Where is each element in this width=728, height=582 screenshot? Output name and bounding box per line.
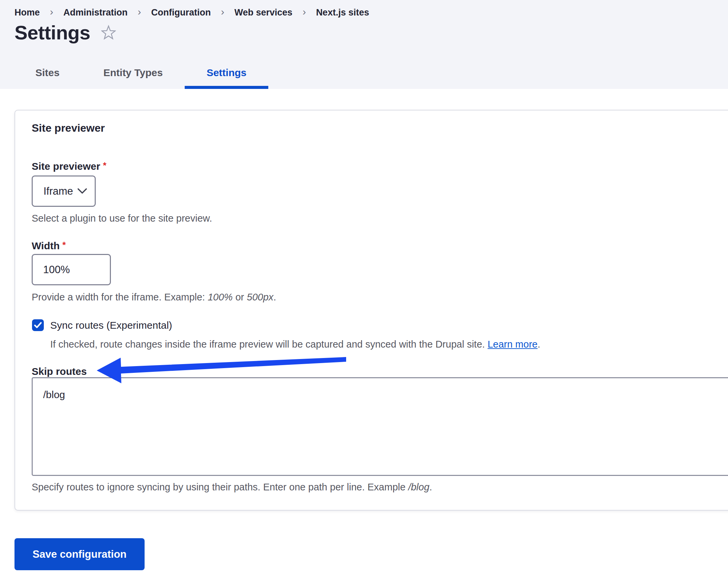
skip-routes-help-text: Specify routes to ignore syncing by usin… — [32, 482, 408, 492]
learn-more-link[interactable]: Learn more — [488, 339, 538, 350]
page-header: Home › Administration › Configuration › … — [0, 0, 728, 89]
required-marker: * — [103, 160, 106, 170]
tab-sites[interactable]: Sites — [14, 59, 82, 89]
skip-routes-textarea[interactable]: /blog — [32, 377, 728, 476]
width-input[interactable] — [32, 254, 111, 285]
breadcrumb: Home › Administration › Configuration › … — [15, 7, 369, 18]
sync-routes-help-text: If checked, route changes inside the ifr… — [50, 339, 488, 350]
required-marker: * — [62, 240, 66, 250]
card-heading: Site previewer — [32, 122, 105, 134]
tab-bar: Sites Entity Types Settings — [14, 59, 268, 89]
site-previewer-select-value: Iframe — [44, 185, 73, 197]
chevron-right-separator: › — [50, 6, 53, 18]
sync-routes-help: If checked, route changes inside the ifr… — [50, 338, 540, 350]
width-help-text: Provide a width for the iframe. Example: — [32, 292, 208, 302]
tab-settings[interactable]: Settings — [185, 59, 268, 89]
breadcrumb-nextjs-sites[interactable]: Next.js sites — [316, 7, 369, 18]
sync-routes-help-period: . — [538, 339, 540, 350]
breadcrumb-web-services[interactable]: Web services — [235, 7, 292, 18]
tab-entity-types[interactable]: Entity Types — [82, 59, 185, 89]
site-previewer-help: Select a plugin to use for the site prev… — [32, 212, 212, 224]
sync-routes-label[interactable]: Sync routes (Experimental) — [50, 320, 172, 331]
site-previewer-label: Site previewer* — [32, 160, 106, 172]
chevron-right-separator: › — [303, 6, 306, 18]
sync-routes-checkbox[interactable] — [32, 319, 44, 331]
width-help-example-1: 100% — [208, 292, 233, 302]
bookmark-star-button[interactable] — [101, 25, 116, 40]
width-label-text: Width — [32, 240, 60, 251]
width-help-or: or — [233, 292, 247, 302]
skip-routes-help-example: /blog — [408, 482, 430, 492]
chevron-right-separator: › — [138, 6, 141, 18]
breadcrumb-configuration[interactable]: Configuration — [151, 7, 211, 18]
star-outline-icon — [101, 25, 116, 40]
width-label: Width* — [32, 240, 66, 252]
chevron-down-icon — [78, 188, 87, 194]
breadcrumb-administration[interactable]: Administration — [63, 7, 128, 18]
width-help-period: . — [273, 292, 276, 302]
chevron-right-separator: › — [221, 6, 225, 18]
width-help: Provide a width for the iframe. Example:… — [32, 291, 276, 303]
site-previewer-select[interactable]: Iframe — [32, 175, 96, 207]
width-help-example-2: 500px — [247, 292, 273, 302]
skip-routes-help: Specify routes to ignore syncing by usin… — [32, 481, 432, 493]
site-previewer-card: Site previewer Site previewer* Iframe Se… — [15, 110, 728, 510]
save-configuration-button[interactable]: Save configuration — [15, 538, 145, 570]
page-title: Settings — [15, 20, 90, 45]
breadcrumb-home[interactable]: Home — [15, 7, 40, 18]
skip-routes-label: Skip routes — [32, 366, 87, 377]
site-previewer-label-text: Site previewer — [32, 161, 100, 172]
checkmark-icon — [34, 322, 42, 328]
skip-routes-help-period: . — [430, 482, 432, 492]
